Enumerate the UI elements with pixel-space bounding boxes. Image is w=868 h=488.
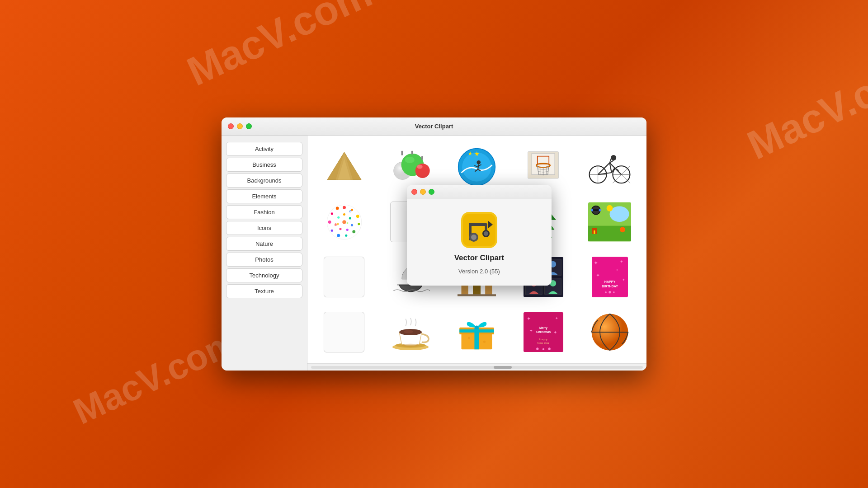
about-version: Version 2.0 (55) — [458, 268, 500, 275]
stickers-icon — [588, 202, 631, 242]
svg-text:BIRTHDAY: BIRTHDAY — [602, 285, 618, 288]
grid-cell-flowers[interactable]: ✻ ✿ ❋ — [311, 194, 377, 249]
svg-point-89 — [599, 209, 601, 211]
svg-text:HAPPY: HAPPY — [604, 280, 615, 284]
sidebar-item-business[interactable]: Business — [226, 158, 302, 172]
svg-point-148 — [548, 347, 550, 350]
scrollbar-track[interactable] — [311, 366, 643, 369]
svg-point-124 — [613, 291, 615, 293]
svg-text:✦: ✦ — [594, 260, 598, 266]
sidebar-item-icons[interactable]: Icons — [226, 221, 302, 235]
about-traffic-lights — [411, 189, 434, 195]
app-icon-svg — [461, 212, 497, 248]
sidebar-item-activity[interactable]: Activity — [226, 142, 302, 156]
svg-point-67 — [342, 220, 346, 224]
sidebar-item-backgrounds[interactable]: Backgrounds — [226, 174, 302, 188]
svg-rect-102 — [458, 294, 496, 296]
grid-cell-pink-card[interactable]: ✦ ✦ ✦ ✦ ✦ HAPPY BIRTHDAY — [576, 249, 643, 305]
svg-text:✦: ✦ — [595, 272, 599, 278]
svg-point-62 — [351, 224, 353, 226]
grid-cell-christmas-card[interactable]: ✦ ✦ ✦ ✦ Merry Christmas Happy New Year — [510, 305, 576, 360]
svg-text:✦: ✦ — [622, 278, 625, 282]
watermark-top: MacV.com — [180, 0, 379, 95]
svg-text:✦: ✦ — [553, 330, 557, 335]
about-app-name: Vector Clipart — [454, 253, 505, 263]
svg-point-90 — [607, 205, 613, 211]
about-minimize-button[interactable] — [420, 189, 426, 195]
svg-point-59 — [336, 206, 339, 210]
sidebar-item-elements[interactable]: Elements — [226, 189, 302, 203]
cyclist-icon — [588, 149, 631, 185]
basketball-icon — [590, 312, 630, 352]
sidebar-item-nature[interactable]: Nature — [226, 237, 302, 251]
traffic-lights — [228, 123, 252, 129]
sidebar: Activity Business Backgrounds Elements F… — [222, 136, 307, 371]
svg-point-17 — [477, 160, 481, 164]
svg-point-147 — [542, 348, 544, 350]
grid-cell-basketball[interactable] — [576, 305, 643, 360]
svg-point-8 — [417, 165, 422, 169]
grid-cell-coffee[interactable] — [377, 305, 444, 360]
scrollbar-thumb[interactable] — [494, 366, 512, 369]
watermark-bottom: MacV.com — [67, 321, 244, 433]
grid-cell-placeholder-1[interactable] — [311, 249, 377, 305]
svg-text:Happy: Happy — [539, 338, 548, 341]
svg-text:✦: ✦ — [527, 316, 531, 321]
svg-text:✦: ✦ — [616, 268, 618, 272]
svg-point-49 — [343, 206, 346, 209]
svg-point-88 — [591, 209, 593, 211]
christmas-card-icon: ✦ ✦ ✦ ✦ Merry Christmas Happy New Year — [524, 312, 563, 352]
placeholder-2 — [324, 312, 364, 352]
svg-point-61 — [349, 217, 351, 219]
about-close-button[interactable] — [411, 189, 417, 195]
christmas-balls-icon — [390, 149, 431, 185]
grid-cell-placeholder-2[interactable] — [311, 305, 377, 360]
app-icon — [461, 212, 497, 248]
about-dialog: Vector Clipart Version 2.0 (55) — [407, 185, 552, 286]
svg-rect-9 — [401, 150, 403, 155]
placeholder-1 — [324, 257, 364, 297]
svg-point-128 — [404, 330, 413, 333]
svg-text:✦: ✦ — [620, 259, 623, 264]
svg-text:Merry: Merry — [539, 326, 547, 330]
svg-rect-93 — [594, 230, 595, 234]
svg-text:✿: ✿ — [349, 210, 352, 213]
svg-text:❋: ❋ — [346, 221, 349, 224]
svg-point-91 — [620, 227, 625, 232]
svg-text:✦: ✦ — [555, 316, 558, 320]
main-window: Vector Clipart Activity Business Backgro… — [222, 117, 646, 371]
sidebar-item-fashion[interactable]: Fashion — [226, 205, 302, 219]
minimize-button[interactable] — [237, 123, 243, 129]
grid-cell-gift[interactable] — [444, 305, 510, 360]
scrollbar-area[interactable] — [307, 363, 646, 371]
svg-point-146 — [536, 347, 538, 350]
close-button[interactable] — [228, 123, 234, 129]
gift-box-icon — [458, 312, 496, 352]
sidebar-item-technology[interactable]: Technology — [226, 268, 302, 282]
svg-point-64 — [339, 228, 341, 230]
svg-point-13 — [462, 152, 492, 182]
window-title: Vector Clipart — [415, 123, 453, 130]
grid-cell-pyramid[interactable] — [311, 139, 377, 194]
maximize-button[interactable] — [246, 123, 252, 129]
svg-rect-133 — [460, 329, 495, 333]
svg-point-51 — [356, 215, 359, 218]
svg-rect-10 — [411, 150, 413, 155]
svg-text:✦: ✦ — [529, 328, 533, 333]
svg-point-60 — [343, 213, 345, 215]
grid-cell-stickers[interactable] — [576, 194, 643, 249]
birthday-card-icon: ✦ ✦ ✦ ✦ ✦ HAPPY BIRTHDAY — [592, 257, 628, 297]
svg-point-134 — [475, 326, 479, 330]
sidebar-item-photos[interactable]: Photos — [226, 253, 302, 267]
svg-point-52 — [358, 223, 360, 225]
svg-point-135 — [468, 337, 470, 339]
svg-point-53 — [352, 230, 355, 233]
svg-rect-11 — [421, 156, 423, 160]
svg-point-54 — [345, 234, 347, 236]
svg-point-156 — [471, 235, 476, 240]
sidebar-item-texture[interactable]: Texture — [226, 284, 302, 298]
flower-circle-icon: ✻ ✿ ❋ — [325, 203, 363, 241]
grid-cell-cyclist[interactable] — [576, 139, 643, 194]
svg-point-66 — [337, 216, 340, 218]
about-maximize-button[interactable] — [429, 189, 434, 195]
